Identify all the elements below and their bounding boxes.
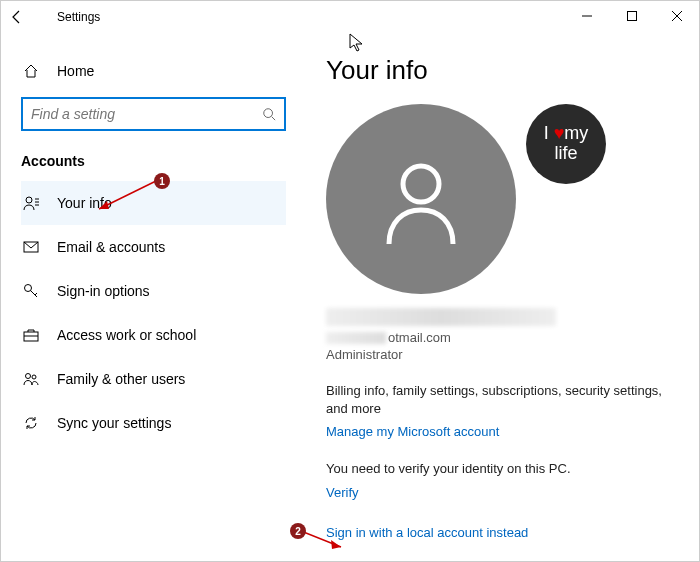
briefcase-icon — [21, 327, 41, 343]
annotation-badge-2: 2 — [290, 523, 306, 539]
email-redacted — [326, 332, 386, 344]
verify-link[interactable]: Verify — [326, 485, 359, 500]
sidebar-section-header: Accounts — [21, 153, 286, 169]
sidebar-item-signin-options[interactable]: Sign-in options — [21, 269, 286, 313]
svg-marker-20 — [99, 201, 109, 209]
annotation-badge-1: 1 — [154, 173, 170, 189]
annotation-arrow-2 — [299, 529, 349, 554]
search-icon — [262, 107, 276, 121]
people-icon — [21, 371, 41, 387]
close-button[interactable] — [654, 1, 699, 31]
sidebar-home-label: Home — [57, 63, 94, 79]
person-placeholder-icon — [371, 149, 471, 249]
avatar-secondary-text2: life — [554, 143, 577, 163]
svg-point-16 — [26, 374, 31, 379]
sidebar-item-sync-settings[interactable]: Sync your settings — [21, 401, 286, 445]
sidebar-item-label: Sync your settings — [57, 415, 171, 431]
sidebar-item-family-users[interactable]: Family & other users — [21, 357, 286, 401]
svg-point-11 — [25, 285, 32, 292]
sidebar: Home Accounts Your info Email & accounts — [1, 33, 306, 561]
sidebar-item-label: Family & other users — [57, 371, 185, 387]
sync-icon — [21, 415, 41, 431]
local-account-link[interactable]: Sign in with a local account instead — [326, 525, 528, 540]
page-title: Your info — [326, 55, 669, 86]
maximize-button[interactable] — [609, 1, 654, 31]
sidebar-item-email-accounts[interactable]: Email & accounts — [21, 225, 286, 269]
sidebar-item-access-work-school[interactable]: Access work or school — [21, 313, 286, 357]
avatar-secondary[interactable]: I ♥my life — [526, 104, 606, 184]
svg-line-13 — [35, 293, 37, 295]
search-input[interactable] — [31, 106, 262, 122]
minimize-button[interactable] — [564, 1, 609, 31]
sidebar-item-label: Sign-in options — [57, 283, 150, 299]
mouse-cursor-icon — [349, 33, 365, 53]
svg-line-5 — [272, 117, 276, 121]
svg-marker-22 — [331, 540, 341, 549]
mail-icon — [21, 239, 41, 255]
key-icon — [21, 283, 41, 299]
svg-point-4 — [264, 109, 273, 118]
verify-description: You need to verify your identity on this… — [326, 460, 669, 478]
person-icon — [21, 195, 41, 211]
manage-account-link[interactable]: Manage my Microsoft account — [326, 424, 499, 439]
avatar-main — [326, 104, 516, 294]
back-button[interactable] — [9, 9, 33, 25]
heart-icon: ♥ — [554, 123, 565, 143]
svg-point-18 — [403, 166, 439, 202]
sidebar-item-label: Email & accounts — [57, 239, 165, 255]
content-pane: Your info I ♥my life otmail.com Administ… — [306, 33, 699, 561]
search-input-wrapper[interactable] — [21, 97, 286, 131]
account-role: Administrator — [326, 347, 669, 362]
svg-point-17 — [32, 375, 36, 379]
svg-rect-1 — [627, 12, 636, 21]
annotation-arrow-1 — [91, 179, 161, 219]
home-icon — [21, 63, 41, 79]
svg-point-6 — [26, 197, 32, 203]
avatar-secondary-text: I ♥my — [544, 123, 589, 143]
account-email: otmail.com — [326, 330, 669, 345]
sidebar-home[interactable]: Home — [21, 51, 286, 91]
username-redacted — [326, 308, 556, 326]
sidebar-item-label: Access work or school — [57, 327, 196, 343]
billing-description: Billing info, family settings, subscript… — [326, 382, 669, 418]
window-title: Settings — [57, 10, 100, 24]
